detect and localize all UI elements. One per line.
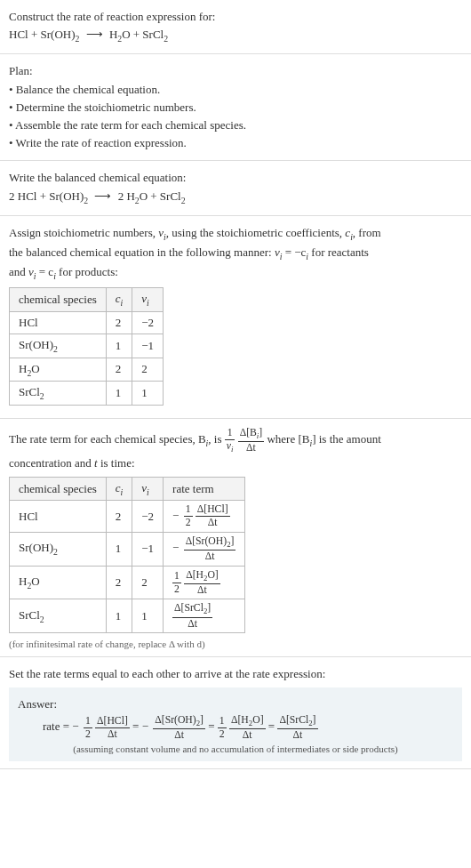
cell-ci: 1 <box>106 382 132 406</box>
col-species: chemical species <box>10 288 107 312</box>
plan-header: Plan: <box>9 63 462 79</box>
numerator: Δ[Sr(OH)2] <box>153 715 205 729</box>
cell-ci: 1 <box>106 532 132 566</box>
final-header: Set the rate terms equal to each other t… <box>9 666 462 682</box>
stoich-text-3: and νi = ci for products: <box>9 264 462 282</box>
plan-section: Plan: • Balance the chemical equation. •… <box>0 54 471 161</box>
denominator: Δt <box>229 729 266 741</box>
text: = −c <box>282 245 306 259</box>
text: ] <box>200 714 204 726</box>
stoich-table: chemical species ci νi HCl 2 −2 Sr(OH)2 … <box>9 287 164 405</box>
numerator: Δ[HCl] <box>196 504 230 517</box>
numerator: Δ[Sr(OH)2] <box>184 536 236 551</box>
text: Δt <box>243 729 252 741</box>
numerator: Δ[H2O] <box>184 570 220 584</box>
table-header-row: chemical species ci νi <box>10 288 164 312</box>
text: , from <box>353 226 381 239</box>
stoich-text-2: the balanced chemical equation in the fo… <box>9 245 462 262</box>
denominator: 2 <box>172 583 181 595</box>
denominator: Δt <box>277 729 317 741</box>
text: the balanced chemical equation in the fo… <box>9 245 275 259</box>
text: , using the stoichiometric coefficients, <box>166 226 346 239</box>
cell-species: H2O <box>10 566 107 599</box>
fraction: 1 νi <box>225 428 236 454</box>
fraction-coef: 1 2 <box>172 571 181 594</box>
text: Δ[Sr(OH) <box>186 535 227 547</box>
text: ] <box>259 427 262 438</box>
numerator: Δ[SrCl2] <box>277 715 317 729</box>
cell-rate-term: − Δ[Sr(OH)2] Δt <box>164 532 245 566</box>
balanced-header: Write the balanced chemical equation: <box>9 170 462 186</box>
eq-text: HCl + Sr(OH) <box>9 28 76 41</box>
answer-label: Answer: <box>18 696 453 712</box>
eq-sub: 2 <box>181 195 186 205</box>
text: SrCl <box>19 608 40 622</box>
arrow-icon: ⟶ <box>83 28 107 41</box>
text: is time: <box>98 456 135 470</box>
table-row: SrCl2 1 1 Δ[SrCl2] Δt <box>10 599 245 633</box>
cell-ci: 1 <box>106 599 132 633</box>
cell-ci: 2 <box>106 501 132 532</box>
denominator: Δt <box>184 551 236 562</box>
text: SrCl <box>19 385 40 398</box>
table-row: H2O 2 2 <box>10 358 164 382</box>
text: Sr(OH) <box>19 338 53 351</box>
text: Δt <box>246 442 256 454</box>
text: H <box>19 575 27 588</box>
numerator: 1 <box>84 716 92 728</box>
arrow-icon: ⟶ <box>91 189 115 203</box>
intro-equation: HCl + Sr(OH)2 ⟶ H2O + SrCl2 <box>9 27 462 44</box>
cell-species: Sr(OH)2 <box>10 532 107 566</box>
denominator: Δt <box>238 442 265 454</box>
text: HCl <box>19 316 38 329</box>
stoich-section: Assign stoichiometric numbers, νi, using… <box>0 216 471 419</box>
eq-sub: 2 <box>164 34 168 44</box>
balanced-equation: 2 HCl + Sr(OH)2 ⟶ 2 H2O + SrCl2 <box>9 189 462 206</box>
sub: i <box>147 486 149 496</box>
sub: i <box>121 486 124 496</box>
col-nui: νi <box>132 288 164 312</box>
fraction-coef: 1 2 <box>218 716 227 739</box>
text: Δt <box>205 551 215 562</box>
numerator: 1 <box>184 504 193 517</box>
text: ] <box>207 602 211 614</box>
cell-species: HCl <box>10 312 107 334</box>
text: and <box>9 265 28 278</box>
plan-text: Balance the chemical equation. <box>16 83 160 96</box>
eq-text: 2 HCl + Sr(OH) <box>9 189 84 203</box>
cell-ci: 2 <box>106 312 132 334</box>
cell-nui: −2 <box>132 312 164 334</box>
fraction-delta: Δ[HCl] Δt <box>196 504 230 527</box>
text: Δt <box>174 729 184 741</box>
text: ] <box>231 535 235 547</box>
denominator: νi <box>225 440 236 454</box>
eq-text: O + SrCl <box>140 189 181 203</box>
text: The rate term for each chemical species,… <box>9 432 206 446</box>
stoich-text-1: Assign stoichiometric numbers, νi, using… <box>9 225 462 243</box>
text: Δt <box>188 618 197 630</box>
table-row: SrCl2 1 1 <box>10 382 164 406</box>
sub: 2 <box>53 344 58 354</box>
numerator: Δ[H2O] <box>229 715 266 729</box>
text: Δt <box>293 729 303 741</box>
denominator: 2 <box>84 728 92 740</box>
fraction-delta: Δ[Sr(OH)2] Δt <box>184 536 236 562</box>
sub: 2 <box>53 547 58 557</box>
rate-expression: rate = − 1 2 Δ[HCl] Δt = − Δ[Sr(OH)2] Δt… <box>43 715 453 741</box>
minus-sign: − <box>72 719 78 733</box>
cell-species: HCl <box>10 501 107 532</box>
text: O] <box>252 714 263 726</box>
equals-sign: = <box>268 719 278 733</box>
fraction-delta: Δ[H2O] Δt <box>229 715 266 741</box>
sub: 2 <box>40 391 44 401</box>
plan-bullet-4: • Write the rate of reaction expression. <box>9 135 462 151</box>
table-row: H2O 2 2 1 2 Δ[H2O] Δt <box>10 566 245 599</box>
col-nui: νi <box>132 477 164 501</box>
balanced-section: Write the balanced chemical equation: 2 … <box>0 161 471 215</box>
cell-nui: 2 <box>132 566 164 599</box>
numerator: Δ[SrCl2] <box>172 603 212 617</box>
rate-label: rate = <box>43 719 72 733</box>
plan-bullet-3: • Assemble the rate term for each chemic… <box>9 117 462 133</box>
sub: 2 <box>40 615 44 624</box>
table-footnote: (for infinitesimal rate of change, repla… <box>9 639 462 649</box>
